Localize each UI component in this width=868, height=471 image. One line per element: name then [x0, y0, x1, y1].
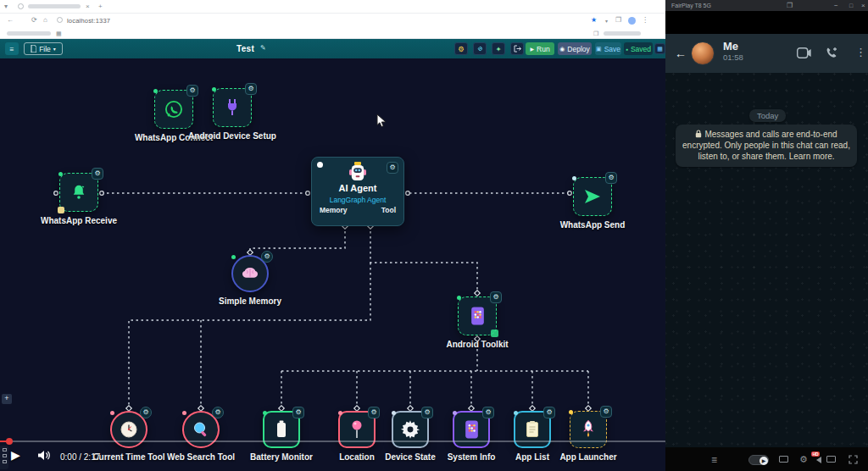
clipboard-icon [525, 420, 540, 439]
saved-status-badge: ● Saved [624, 42, 653, 55]
window-pin-icon[interactable]: ❐ [787, 0, 793, 11]
play-button[interactable]: ▶ [11, 448, 20, 462]
gear-badge-icon[interactable]: ⚙ [212, 407, 224, 418]
browser-menu-icon[interactable]: ⋮ [642, 17, 648, 24]
tab-close-icon[interactable]: × [86, 3, 90, 10]
window-close-icon[interactable]: × [861, 0, 865, 11]
encryption-notice[interactable]: Messages and calls are end-to-end encryp… [676, 125, 857, 167]
node-whatsapp-receive[interactable]: ⚙ WhatsApp Receive [32, 173, 125, 225]
chat-back-icon[interactable]: ← [675, 47, 687, 60]
video-playhead[interactable] [6, 438, 13, 445]
record-toggle[interactable]: ▶ [748, 455, 769, 465]
gear-badge-icon[interactable]: ⚙ [387, 162, 398, 174]
chat-header: ← Me 01:58 ⋮ [665, 34, 868, 73]
assist-button[interactable]: ✦ [492, 42, 505, 55]
add-marker-button[interactable]: + [2, 394, 12, 404]
node-simple-memory[interactable]: ⚙ Simple Memory [203, 255, 297, 306]
status-dot [457, 296, 461, 300]
node-app-launcher[interactable]: ⚙ App Launcher [542, 411, 635, 462]
gear-badge-icon[interactable]: ⚙ [368, 407, 380, 418]
magnifier-icon [191, 419, 211, 440]
video-progress-track[interactable] [0, 441, 665, 442]
gear-badge-icon[interactable]: ⚙ [261, 251, 273, 263]
display-icon[interactable] [826, 456, 836, 463]
gear-badge-icon[interactable]: ⚙ [92, 168, 103, 180]
status-dot [153, 89, 158, 93]
gear-badge-icon[interactable]: ⚙ [482, 407, 494, 418]
status-dot [182, 411, 186, 415]
tool-port-label[interactable]: Tool [381, 206, 396, 214]
edit-title-icon[interactable]: ✎ [260, 44, 266, 52]
layout-grid-button[interactable]: ▦ [654, 43, 665, 54]
logout-button[interactable] [510, 42, 524, 55]
gear-badge-icon[interactable]: ⚙ [292, 407, 304, 418]
node-label: Web Search Tool [154, 452, 248, 462]
rocket-icon [579, 419, 598, 440]
gear-badge-icon[interactable]: ⚙ [605, 172, 617, 184]
browser-back-icon[interactable]: ← [7, 17, 14, 24]
save-disk-icon: ▣ [596, 46, 602, 53]
app-menu-button[interactable]: ≡ [5, 42, 19, 55]
tab-search-caret-icon[interactable]: ▾ [4, 3, 8, 10]
deploy-button[interactable]: ◉ Deploy [558, 42, 592, 55]
node-whatsapp-send[interactable]: ⚙ WhatsApp Send [546, 177, 639, 230]
address-bar[interactable]: localhost:1337 [67, 17, 110, 25]
gear-badge-icon[interactable]: ⚙ [600, 406, 612, 418]
browser-home-icon[interactable]: ⌂ [43, 17, 47, 24]
window-maximize-icon[interactable]: □ [849, 0, 853, 11]
bookmark-star-icon[interactable]: ★ [591, 17, 597, 24]
screenshot-icon[interactable] [779, 456, 788, 463]
settings-button[interactable]: ⚙ [454, 42, 468, 55]
folder-icon[interactable]: ❐ [593, 30, 598, 37]
node-android-device-setup[interactable]: ⚙ Android Device Setup [186, 88, 279, 141]
tab-title[interactable] [28, 4, 81, 8]
file-menu-button[interactable]: File ▾ [24, 42, 63, 55]
downloads-icon[interactable]: ❐ [615, 17, 621, 24]
back-triangle-icon[interactable] [816, 457, 822, 463]
nav-menu-icon[interactable]: ≡ [711, 454, 717, 466]
gear-badge-icon[interactable]: ⚙ [543, 407, 555, 418]
contact-info[interactable]: Me 01:58 [723, 41, 743, 62]
voice-call-icon[interactable] [826, 47, 839, 60]
window-minimize-icon[interactable]: − [834, 0, 838, 11]
sparkle-icon: ✦ [495, 45, 501, 53]
node-web-search-tool[interactable]: ⚙ Web Search Tool [154, 411, 248, 462]
node-subtitle: LangGraph Agent [312, 196, 403, 204]
file-icon [31, 45, 36, 53]
status-dot [263, 411, 267, 415]
memory-port-label[interactable]: Memory [320, 206, 348, 214]
site-info-icon[interactable] [57, 17, 63, 23]
share-link-button[interactable] [473, 42, 487, 55]
gear-badge-icon[interactable]: ⚙ [186, 85, 198, 97]
settings-gear-icon[interactable]: ⚙ [799, 454, 808, 465]
all-bookmarks-label[interactable] [604, 31, 641, 36]
extensions-caret-icon[interactable]: ▾ [605, 18, 608, 25]
video-call-icon[interactable] [797, 47, 812, 58]
contact-avatar[interactable] [691, 42, 715, 65]
bookmark-item[interactable] [7, 31, 51, 36]
profile-avatar[interactable] [628, 17, 636, 25]
chat-doodle-pattern [665, 34, 868, 447]
save-button[interactable]: ▣ Save [595, 42, 621, 55]
workflow-title[interactable]: Test [236, 44, 254, 53]
gear-badge-icon[interactable]: ⚙ [490, 291, 502, 303]
node-android-toolkit[interactable]: ⚙ Android Toolkit [431, 296, 524, 349]
gear-icon: ⚙ [458, 45, 465, 53]
gear-badge-icon[interactable]: ⚙ [140, 407, 152, 418]
new-tab-icon[interactable]: + [98, 3, 103, 10]
gear-badge-icon[interactable]: ⚙ [421, 407, 433, 418]
workflow-canvas[interactable]: ⚙ WhatsApp Connect ⚙ Android Device Setu… [0, 58, 665, 471]
clock-icon [119, 419, 139, 440]
apps-grid-icon[interactable]: ▦ [56, 30, 62, 37]
chat-menu-icon[interactable]: ⋮ [855, 46, 866, 58]
status-dot [453, 411, 457, 415]
whatsapp-icon [163, 98, 185, 120]
browser-reload-icon[interactable]: ⟳ [31, 17, 37, 24]
phone-window-titlebar[interactable]: FairPlay T8 5G ❐ − □ × [665, 0, 868, 11]
gear-badge-icon[interactable]: ⚙ [245, 83, 257, 95]
fullscreen-icon[interactable] [849, 455, 858, 464]
node-ai-agent[interactable]: ⚙ AI Agent LangGraph Agent Memory Tool [311, 157, 404, 226]
player-side-tools[interactable] [0, 446, 8, 469]
run-button[interactable]: ▶ Run [526, 42, 554, 55]
volume-icon[interactable] [37, 450, 51, 461]
